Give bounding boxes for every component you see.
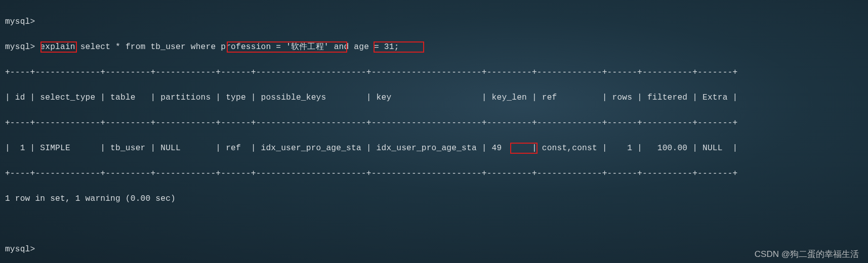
keylen-value: 49	[492, 144, 502, 153]
header-text: | id | select_type | table | partitions …	[5, 93, 737, 102]
result-footer: 1 row in set, 1 warning (0.00 sec)	[0, 193, 868, 205]
mysql-prompt: mysql>	[5, 17, 35, 26]
query1-mid1: select * from tb_user where	[75, 42, 221, 52]
footer-text: 1 row in set, 1 warning (0.00 sec)	[5, 194, 176, 203]
explain-keyword: explain	[40, 42, 75, 52]
query1-mid2: and	[329, 42, 354, 52]
query1-cond1: profession = '软件工程'	[221, 42, 329, 52]
table-header: | id | select_type | table | partitions …	[0, 92, 868, 104]
row-post: | const,const | 1 | 100.00 | NULL |	[502, 144, 737, 153]
watermark-text: CSDN @狗二蛋的幸福生活	[755, 248, 859, 260]
prompt-line: mysql>	[0, 16, 868, 28]
table-sep: +----+-------------+---------+----------…	[0, 66, 868, 79]
query1-line: mysql> explain select * from tb_user whe…	[0, 41, 868, 54]
prompt-text: mysql>	[5, 42, 40, 52]
blank-line	[0, 218, 868, 231]
sep-text: +----+-------------+---------+----------…	[5, 169, 737, 178]
prompt-line: mysql>	[0, 243, 868, 256]
table-row: | 1 | SIMPLE | tb_user | NULL | ref | id…	[0, 142, 868, 155]
terminal-output: mysql> mysql> explain select * from tb_u…	[0, 0, 868, 263]
query1-cond2: age = 31;	[354, 42, 399, 52]
table-sep: +----+-------------+---------+----------…	[0, 117, 868, 129]
mysql-prompt: mysql>	[5, 245, 35, 254]
sep-text: +----+-------------+---------+----------…	[5, 118, 737, 127]
row-pre: | 1 | SIMPLE | tb_user | NULL | ref | id…	[5, 144, 492, 153]
sep-text: +----+-------------+---------+----------…	[5, 68, 737, 77]
table-sep: +----+-------------+---------+----------…	[0, 167, 868, 180]
